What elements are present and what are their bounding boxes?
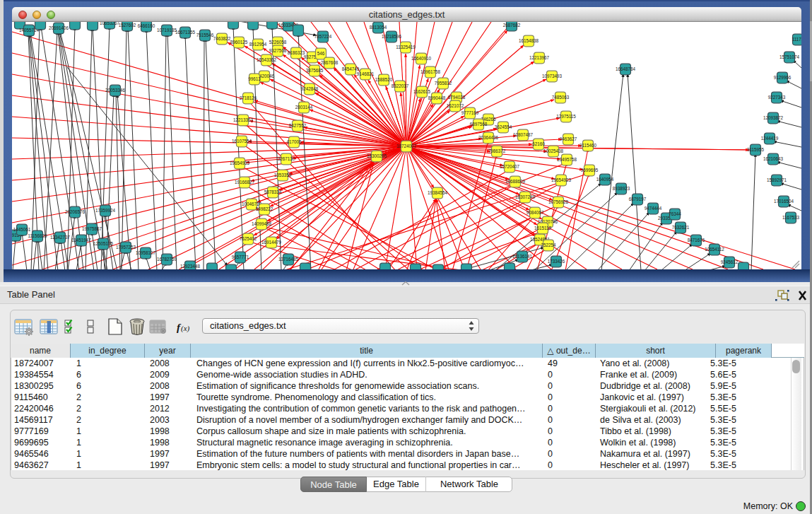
svg-text:9242848: 9242848 bbox=[301, 86, 319, 91]
svg-text:9463627: 9463627 bbox=[560, 136, 577, 141]
svg-text:10719185: 10719185 bbox=[157, 28, 177, 33]
svg-text:1167533: 1167533 bbox=[782, 215, 800, 220]
svg-text:12975115: 12975115 bbox=[556, 114, 576, 119]
svg-text:3267130: 3267130 bbox=[278, 156, 295, 161]
svg-text:1621072: 1621072 bbox=[447, 103, 464, 108]
svg-text:12505135: 12505135 bbox=[93, 241, 114, 246]
svg-text:9115460: 9115460 bbox=[579, 143, 597, 148]
svg-text:3624554: 3624554 bbox=[495, 124, 512, 129]
svg-text:11325419: 11325419 bbox=[396, 45, 416, 49]
svg-text:7485063: 7485063 bbox=[552, 95, 570, 100]
svg-text:16543362: 16543362 bbox=[257, 57, 277, 62]
svg-text:15892971: 15892971 bbox=[767, 177, 787, 182]
svg-text:19218596: 19218596 bbox=[382, 34, 402, 39]
svg-text:7986372: 7986372 bbox=[488, 148, 506, 153]
svg-text:252254: 252254 bbox=[541, 243, 556, 247]
svg-text:5878334: 5878334 bbox=[264, 189, 282, 194]
svg-text:62160: 62160 bbox=[532, 141, 545, 146]
svg-text:9474444: 9474444 bbox=[645, 206, 662, 211]
svg-text:1162615: 1162615 bbox=[413, 89, 431, 94]
svg-text:7463822: 7463822 bbox=[213, 36, 231, 41]
svg-text:16961758: 16961758 bbox=[420, 69, 441, 74]
svg-text:8115955: 8115955 bbox=[747, 147, 765, 152]
svg-text:5226058: 5226058 bbox=[269, 40, 287, 45]
svg-text:8454749: 8454749 bbox=[342, 66, 360, 71]
svg-text:6794028: 6794028 bbox=[448, 95, 466, 100]
svg-text:13716485: 13716485 bbox=[278, 257, 299, 262]
svg-text:1244419: 1244419 bbox=[761, 136, 779, 141]
svg-text:17016504: 17016504 bbox=[774, 199, 794, 204]
svg-text:20206576: 20206576 bbox=[65, 209, 86, 214]
svg-text:6897568: 6897568 bbox=[470, 122, 488, 127]
svg-text:7955812: 7955812 bbox=[435, 81, 452, 86]
svg-text:10973493: 10973493 bbox=[542, 74, 563, 78]
svg-text:13495758: 13495758 bbox=[557, 157, 577, 162]
svg-text:8813054: 8813054 bbox=[370, 25, 387, 30]
svg-text:8186323: 8186323 bbox=[288, 50, 305, 55]
svg-text:10653267: 10653267 bbox=[100, 22, 120, 25]
svg-text:7857224: 7857224 bbox=[314, 34, 332, 39]
svg-text:12093872: 12093872 bbox=[763, 115, 784, 120]
svg-text:417006: 417006 bbox=[286, 139, 302, 144]
svg-text:12923448: 12923448 bbox=[180, 264, 201, 269]
svg-text:7632621: 7632621 bbox=[672, 225, 690, 230]
svg-text:16154838: 16154838 bbox=[519, 38, 539, 43]
svg-text:6466160: 6466160 bbox=[138, 23, 155, 28]
svg-text:9245612: 9245612 bbox=[721, 259, 739, 264]
svg-text:14099488: 14099488 bbox=[252, 221, 272, 226]
svg-text:1527602: 1527602 bbox=[119, 23, 136, 28]
svg-text:18300295: 18300295 bbox=[367, 153, 387, 158]
svg-text:2687682: 2687682 bbox=[503, 23, 521, 28]
svg-text:9699695: 9699695 bbox=[581, 168, 599, 173]
svg-text:2803144: 2803144 bbox=[295, 105, 313, 110]
svg-text:8427552: 8427552 bbox=[289, 123, 307, 128]
svg-text:20691406: 20691406 bbox=[49, 25, 69, 30]
svg-text:15720407: 15720407 bbox=[500, 164, 520, 169]
svg-text:1640954: 1640954 bbox=[596, 177, 614, 182]
svg-text:16648784: 16648784 bbox=[616, 66, 636, 71]
svg-text:10958107: 10958107 bbox=[136, 250, 156, 255]
svg-text:19384554: 19384554 bbox=[428, 190, 448, 195]
svg-text:17359924: 17359924 bbox=[95, 208, 116, 213]
svg-text:16914479: 16914479 bbox=[261, 240, 282, 245]
svg-text:10807487: 10807487 bbox=[513, 132, 534, 137]
svg-text:14136141: 14136141 bbox=[512, 254, 533, 259]
svg-text:10025438: 10025438 bbox=[543, 148, 564, 153]
svg-text:16107554: 16107554 bbox=[232, 139, 252, 144]
svg-text:1615112: 1615112 bbox=[534, 226, 552, 230]
svg-text:15751074: 15751074 bbox=[779, 54, 800, 59]
svg-text:8960125: 8960125 bbox=[230, 40, 248, 45]
svg-text:6879197: 6879197 bbox=[629, 197, 647, 201]
svg-text:8938923: 8938923 bbox=[613, 186, 630, 191]
svg-text:16210643: 16210643 bbox=[763, 156, 784, 161]
svg-text:1353359: 1353359 bbox=[274, 173, 292, 177]
svg-text:20364436: 20364436 bbox=[478, 135, 499, 140]
svg-text:9777169: 9777169 bbox=[461, 110, 479, 115]
svg-text:18307249: 18307249 bbox=[515, 194, 536, 199]
svg-text:(x): (x) bbox=[181, 324, 190, 333]
svg-text:99613: 99613 bbox=[248, 76, 261, 81]
svg-text:9227343: 9227343 bbox=[768, 95, 786, 100]
svg-text:9657771: 9657771 bbox=[232, 255, 249, 259]
svg-text:2718126: 2718126 bbox=[240, 95, 257, 100]
svg-text:16640910: 16640910 bbox=[411, 56, 432, 61]
svg-text:7625402: 7625402 bbox=[240, 236, 257, 241]
svg-text:7515546: 7515546 bbox=[196, 33, 214, 37]
svg-text:1588520: 1588520 bbox=[375, 77, 393, 82]
svg-text:10756928: 10756928 bbox=[548, 199, 569, 204]
svg-text:19654935: 19654935 bbox=[230, 160, 250, 165]
svg-text:12213967: 12213967 bbox=[529, 55, 550, 60]
svg-text:19654923: 19654923 bbox=[551, 177, 572, 182]
svg-text:5498222: 5498222 bbox=[256, 206, 273, 211]
svg-text:11175: 11175 bbox=[792, 37, 801, 42]
svg-text:1733426: 1733426 bbox=[548, 259, 565, 264]
svg-text:76344: 76344 bbox=[669, 211, 681, 216]
svg-text:10688609: 10688609 bbox=[505, 179, 526, 184]
svg-text:12342737: 12342737 bbox=[50, 235, 71, 240]
svg-text:10654112: 10654112 bbox=[705, 247, 724, 252]
svg-text:9129966: 9129966 bbox=[774, 75, 792, 80]
svg-text:9327508: 9327508 bbox=[269, 48, 287, 53]
svg-text:3875685: 3875685 bbox=[306, 68, 324, 73]
svg-text:19166827: 19166827 bbox=[235, 180, 255, 185]
svg-text:17957253: 17957253 bbox=[116, 245, 136, 250]
